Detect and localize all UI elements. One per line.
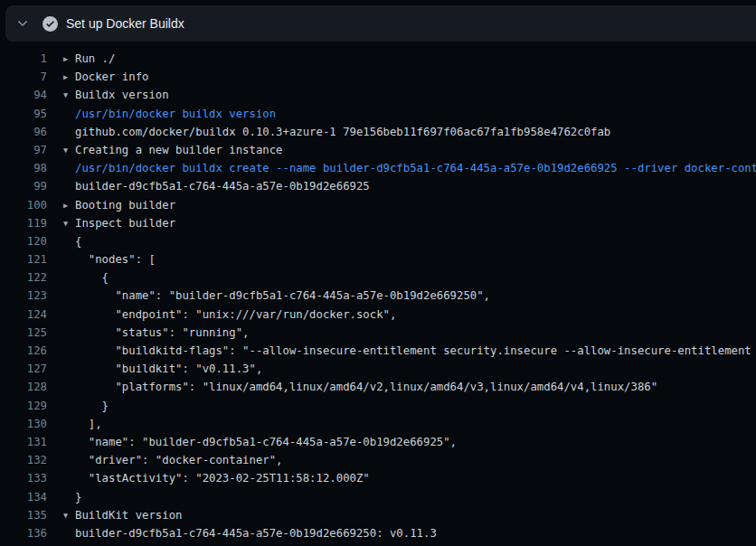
line-number[interactable]: 99 <box>0 177 47 195</box>
group-title: Buildx version <box>75 89 169 101</box>
group-toggle[interactable]: ▶Run ./ <box>63 50 115 68</box>
group-title: Inspect builder <box>75 217 175 230</box>
line-number[interactable]: 1 <box>0 50 47 68</box>
step-header[interactable]: Set up Docker Buildx <box>5 5 756 42</box>
group-expanded-arrow-icon[interactable]: ▼ <box>63 214 75 232</box>
output-text: } <box>63 397 109 415</box>
line-number[interactable]: 133 <box>0 469 47 487</box>
log-group-line: 97▼Creating a new builder instance <box>0 141 756 159</box>
line-number[interactable]: 100 <box>0 196 47 214</box>
log-line: 128 "platforms": "linux/amd64,linux/amd6… <box>0 378 756 396</box>
log-viewer: 1▶Run ./7▶Docker info94▼Buildx version95… <box>0 42 756 546</box>
command-text: /usr/bin/docker buildx create --name bui… <box>63 159 756 177</box>
output-text: { <box>63 232 81 250</box>
group-toggle[interactable]: ▼Inspect builder <box>63 214 175 232</box>
output-text: builder-d9cfb5a1-c764-445a-a57e-0b19d2e6… <box>63 524 437 542</box>
line-number[interactable]: 130 <box>0 415 47 433</box>
log-line: 95/usr/bin/docker buildx version <box>0 105 756 123</box>
log-group-line: 119▼Inspect builder <box>0 214 756 232</box>
line-number[interactable]: 95 <box>0 105 47 123</box>
group-collapsed-arrow-icon[interactable]: ▶ <box>63 50 75 68</box>
log-line: 120{ <box>0 232 756 250</box>
line-number[interactable]: 132 <box>0 451 47 469</box>
log-line: 123 "name": "builder-d9cfb5a1-c764-445a-… <box>0 287 756 305</box>
check-circle-icon <box>42 15 58 32</box>
line-number[interactable]: 124 <box>0 306 47 324</box>
log-line: 126 "buildkitd-flags": "--allow-insecure… <box>0 342 756 360</box>
log-group-line: 94▼Buildx version <box>0 86 756 104</box>
group-toggle[interactable]: ▶Docker info <box>63 68 148 86</box>
line-number[interactable]: 96 <box>0 123 47 141</box>
line-number[interactable]: 126 <box>0 342 47 360</box>
group-title: BuildKit version <box>75 509 182 522</box>
group-toggle[interactable]: ▶Booting builder <box>63 196 175 214</box>
log-line: 99builder-d9cfb5a1-c764-445a-a57e-0b19d2… <box>0 177 756 195</box>
log-line: 131 "name": "builder-d9cfb5a1-c764-445a-… <box>0 433 756 451</box>
line-number[interactable]: 7 <box>0 68 47 86</box>
log-line: 98/usr/bin/docker buildx create --name b… <box>0 159 756 177</box>
line-number[interactable]: 131 <box>0 433 47 451</box>
group-title: Booting builder <box>75 199 175 212</box>
group-collapsed-arrow-icon[interactable]: ▶ <box>63 196 75 214</box>
log-group-line: 135▼BuildKit version <box>0 506 756 524</box>
output-text: "platforms": "linux/amd64,linux/amd64/v2… <box>63 378 657 396</box>
group-toggle[interactable]: ▼BuildKit version <box>63 506 182 524</box>
group-title: Creating a new builder instance <box>75 144 283 156</box>
command-text: /usr/bin/docker buildx version <box>63 105 276 123</box>
output-text: "buildkit": "v0.11.3", <box>63 360 262 378</box>
line-number[interactable]: 94 <box>0 86 47 104</box>
output-text: "name": "builder-d9cfb5a1-c764-445a-a57e… <box>63 433 457 451</box>
group-title: Run ./ <box>75 52 115 65</box>
group-expanded-arrow-icon[interactable]: ▼ <box>63 86 75 104</box>
log-group-line: 7▶Docker info <box>0 68 756 86</box>
log-line: 133 "lastActivity": "2023-02-25T11:58:12… <box>0 469 756 487</box>
output-text: "driver": "docker-container", <box>63 451 283 469</box>
log-line: 130 ], <box>0 415 756 433</box>
line-number[interactable]: 127 <box>0 360 47 378</box>
log-line: 127 "buildkit": "v0.11.3", <box>0 360 756 378</box>
group-title: Docker info <box>75 71 148 83</box>
log-line: 129 } <box>0 397 756 415</box>
line-number[interactable]: 135 <box>0 506 47 524</box>
group-toggle[interactable]: ▼Buildx version <box>63 86 169 104</box>
output-text: "endpoint": "unix:///var/run/docker.sock… <box>63 306 396 324</box>
output-text: builder-d9cfb5a1-c764-445a-a57e-0b19d2e6… <box>63 177 370 195</box>
group-expanded-arrow-icon[interactable]: ▼ <box>63 141 75 159</box>
line-number[interactable]: 123 <box>0 287 47 305</box>
log-group-line: 100▶Booting builder <box>0 196 756 214</box>
log-line: 96github.com/docker/buildx 0.10.3+azure-… <box>0 123 756 141</box>
step-title: Set up Docker Buildx <box>66 16 184 31</box>
line-number[interactable]: 98 <box>0 159 47 177</box>
line-number[interactable]: 128 <box>0 378 47 396</box>
output-text: "nodes": [ <box>63 250 156 268</box>
line-number[interactable]: 119 <box>0 214 47 232</box>
output-text: github.com/docker/buildx 0.10.3+azure-1 … <box>63 123 610 141</box>
line-number[interactable]: 120 <box>0 232 47 250</box>
line-number[interactable]: 97 <box>0 141 47 159</box>
log-line: 132 "driver": "docker-container", <box>0 451 756 469</box>
output-text: "buildkitd-flags": "--allow-insecure-ent… <box>63 342 756 360</box>
output-text: } <box>63 488 81 506</box>
line-number[interactable]: 136 <box>0 524 47 542</box>
line-number[interactable]: 129 <box>0 397 47 415</box>
line-number[interactable]: 121 <box>0 250 47 268</box>
log-line: 134} <box>0 488 756 506</box>
line-number[interactable]: 122 <box>0 268 47 287</box>
output-text: "name": "builder-d9cfb5a1-c764-445a-a57e… <box>63 287 490 305</box>
group-toggle[interactable]: ▼Creating a new builder instance <box>63 141 283 159</box>
log-line: 121 "nodes": [ <box>0 250 756 268</box>
log-line: 136builder-d9cfb5a1-c764-445a-a57e-0b19d… <box>0 524 756 542</box>
output-text: ], <box>63 415 102 433</box>
log-group-line: 1▶Run ./ <box>0 50 756 68</box>
line-number[interactable]: 134 <box>0 488 47 506</box>
chevron-down-icon[interactable] <box>13 14 33 33</box>
output-text: { <box>63 268 109 287</box>
group-collapsed-arrow-icon[interactable]: ▶ <box>63 68 75 86</box>
line-number[interactable]: 125 <box>0 324 47 342</box>
log-line: 125 "status": "running", <box>0 324 756 342</box>
group-expanded-arrow-icon[interactable]: ▼ <box>63 506 75 524</box>
output-text: "status": "running", <box>63 324 250 342</box>
output-text: "lastActivity": "2023-02-25T11:58:12.000… <box>63 469 370 487</box>
log-line: 124 "endpoint": "unix:///var/run/docker.… <box>0 306 756 324</box>
log-line: 122 { <box>0 268 756 287</box>
